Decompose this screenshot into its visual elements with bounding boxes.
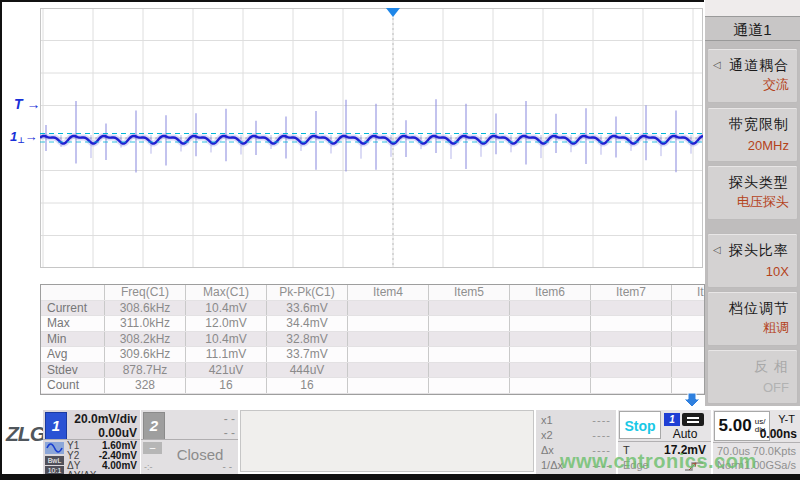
value-cell: 10.4mV — [185, 301, 266, 316]
table-row: Stdev878.7Hz421uV444uV — [41, 363, 705, 379]
value-cell — [347, 378, 428, 393]
sidebar-menu: 通道1 ◁ 通道耦合 交流 带宽限制 20MHz 探头类型 电压探头 ◁ 探头比… — [705, 0, 800, 406]
value-cell: 33.6mV — [266, 301, 347, 316]
table-header-cell: Freq(C1) — [104, 285, 185, 300]
dc-coupling-icon — [682, 413, 704, 426]
border — [0, 0, 2, 480]
softkey-channel-coupling[interactable]: ◁ 通道耦合 交流 — [707, 48, 798, 103]
value-cell — [590, 332, 671, 347]
table-row: Max311.0kHz12.0mV34.4mV — [41, 316, 705, 332]
value-cell — [347, 363, 428, 378]
waveform-plot — [40, 8, 703, 268]
value-cell — [509, 332, 590, 347]
value-cell: 308.2kHz — [104, 332, 185, 347]
oscilloscope-screen: T → 1⊥→ Freq(C1)Max(C1)Pk-Pk(C1)Item4Ite… — [0, 0, 800, 480]
ac-coupling-icon — [45, 442, 64, 454]
value-cell: 311.0kHz — [104, 316, 185, 331]
value-cell — [428, 301, 509, 316]
chevron-left-icon: ◁ — [713, 59, 721, 70]
value-cell — [428, 332, 509, 347]
table-header-cell: Item8 — [671, 285, 705, 300]
table-row: Current308.6kHz10.4mV33.6mV — [41, 301, 705, 317]
trigger-delay-value: 0.00ns — [760, 427, 797, 441]
value-cell: 308.6kHz — [104, 301, 185, 316]
value-cell — [509, 347, 590, 362]
trigger-level-marker[interactable]: T → — [14, 96, 40, 112]
run-state-button[interactable]: Stop — [619, 411, 661, 439]
value-cell: 10.4mV — [185, 332, 266, 347]
ch1-offset: 0.00uV — [98, 426, 137, 440]
watermark: www.cntronics.com — [560, 450, 757, 473]
table-row: Count3281616 — [41, 378, 705, 394]
value-cell — [671, 363, 705, 378]
softkey-probe-ratio[interactable]: ◁ 探头比率 10X — [707, 233, 798, 288]
bandwidth-limit-tag: BwL — [45, 456, 64, 465]
value-cell — [347, 332, 428, 347]
value-cell — [671, 332, 705, 347]
value-cell — [428, 363, 509, 378]
value-cell: 16 — [266, 378, 347, 393]
right-arrow-icon: → — [25, 129, 38, 144]
display-mode-label: Y-T — [778, 413, 795, 425]
chevron-left-icon: ◁ — [713, 244, 721, 255]
ground-icon: ⊥ — [17, 136, 24, 145]
trigger-mode-label: Auto — [662, 427, 708, 441]
row-label-cell: Current — [41, 301, 104, 316]
value-cell — [671, 316, 705, 331]
table-header-cell: Max(C1) — [185, 285, 266, 300]
value-cell: 444uV — [266, 363, 347, 378]
value-cell — [428, 316, 509, 331]
y2-value: -2.40mV — [99, 451, 137, 460]
value-cell — [347, 347, 428, 362]
value-cell — [509, 363, 590, 378]
delta-y-value: 4.00mV — [102, 461, 137, 470]
ch1-volts-div: 20.0mV/div — [74, 412, 137, 426]
border — [0, 0, 704, 2]
value-cell — [509, 301, 590, 316]
value-cell: 421uV — [185, 363, 266, 378]
channel2-status-block[interactable]: 2 - - - - – Closed -:- - - — [141, 410, 238, 474]
sidebar-top-strip — [705, 0, 800, 16]
softkey-probe-type[interactable]: 探头类型 电压探头 — [707, 165, 798, 220]
value-cell: 309.6kHz — [104, 347, 185, 362]
value-cell: 11.1mV — [185, 347, 266, 362]
trigger-position-icon[interactable] — [386, 8, 400, 17]
table-row: Min308.2kHz10.4mV32.8mV — [41, 332, 705, 348]
table-header-cell: Item7 — [590, 285, 671, 300]
measurement-table: Freq(C1)Max(C1)Pk-Pk(C1)Item4Item5Item6I… — [40, 284, 705, 395]
row-label-cell: Count — [41, 378, 104, 393]
value-cell — [590, 301, 671, 316]
channel1-ground-marker[interactable]: 1⊥→ — [10, 129, 38, 145]
minus-icon: – — [143, 442, 162, 454]
y1-value: 1.60mV — [102, 441, 137, 450]
table-header-cell — [41, 285, 104, 300]
row-label-cell: Avg — [41, 347, 104, 362]
value-cell — [590, 347, 671, 362]
value-cell — [428, 378, 509, 393]
softkey-invert: 反 相 OFF — [707, 349, 798, 404]
divider — [713, 442, 800, 443]
value-cell — [509, 316, 590, 331]
value-cell — [428, 347, 509, 362]
trigger-source-badge: 1 — [664, 413, 680, 426]
value-cell: 16 — [185, 378, 266, 393]
table-scroll-down-icon[interactable] — [683, 393, 701, 407]
divider — [618, 441, 711, 442]
value-cell — [347, 301, 428, 316]
softkey-bandwidth-limit[interactable]: 带宽限制 20MHz — [707, 107, 798, 162]
value-cell — [671, 378, 705, 393]
row-label-cell: Min — [41, 332, 104, 347]
divider — [141, 439, 238, 440]
table-header-cell: Item5 — [428, 285, 509, 300]
sidebar-title: 通道1 — [705, 16, 800, 41]
table-header-row: Freq(C1)Max(C1)Pk-Pk(C1)Item4Item5Item6I… — [41, 285, 705, 301]
table-header-cell: Pk-Pk(C1) — [266, 285, 347, 300]
empty-panel — [240, 410, 534, 472]
channel2-badge: 2 — [143, 412, 165, 440]
value-cell — [671, 301, 705, 316]
softkey-scale-adjust[interactable]: 档位调节 粗调 — [707, 291, 798, 346]
value-cell — [347, 316, 428, 331]
channel1-badge: 1 — [45, 412, 67, 440]
channel1-status-block[interactable]: 1 20.0mV/div 0.00uV BwL 10:1 Y11.60mV Y2… — [43, 410, 140, 474]
row-label-cell: Stdev — [41, 363, 104, 378]
